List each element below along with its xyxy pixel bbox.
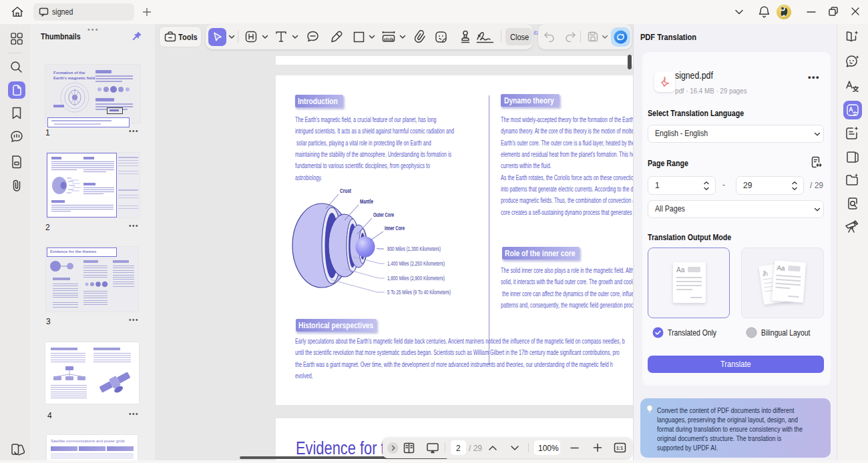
svg-text:Crust: Crust [340,187,351,194]
svg-text:Mantle: Mantle [360,198,373,205]
svg-text:800 Miles (1,300 Kilometers): 800 Miles (1,300 Kilometers) [387,246,441,252]
svg-text:Outer Core: Outer Core [373,211,394,218]
svg-text:1,400 Miles (2,250 Kilometers): 1,400 Miles (2,250 Kilometers) [387,260,445,267]
svg-text:5 To 25 Miles (9 To 40 Kilomet: 5 To 25 Miles (9 To 40 Kilometers) [387,289,451,296]
svg-text:1:1: 1:1 [616,446,623,450]
svg-text:Inner Core: Inner Core [385,225,405,232]
svg-text:1,800 Miles (2,900 Kilometers): 1,800 Miles (2,900 Kilometers) [387,275,445,282]
